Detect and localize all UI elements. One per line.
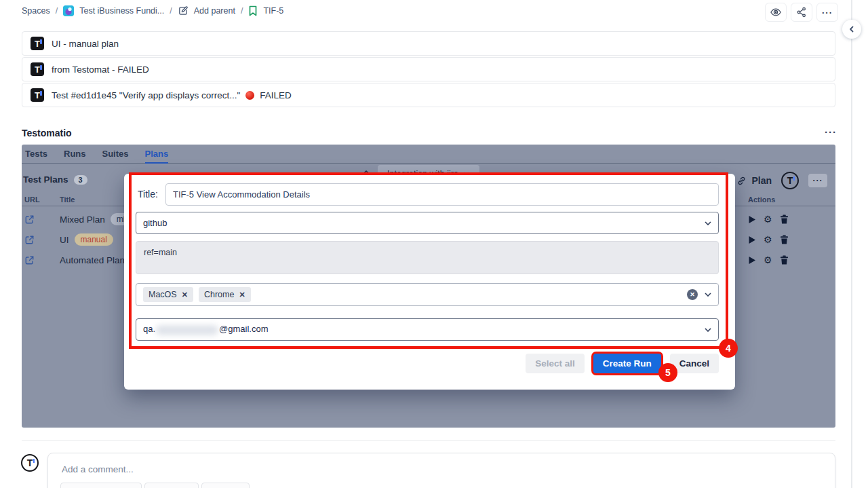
env-tag-label: MacOS	[149, 290, 177, 299]
annotation-step-5: 5	[658, 363, 677, 382]
chevron-down-icon	[705, 328, 711, 332]
linked-card[interactable]: T UI - manual plan	[22, 31, 835, 56]
redacted-email-segment	[156, 325, 218, 335]
plans-toolbar: Plan T ···	[736, 172, 827, 189]
test-plans-heading: Test Plans 3	[23, 174, 87, 185]
tab-tests[interactable]: Tests	[25, 145, 47, 164]
run-title-input[interactable]	[165, 183, 719, 206]
delete-plan-icon[interactable]	[780, 214, 789, 224]
plan-link-button[interactable]: Plan	[736, 175, 772, 186]
env-tag: MacOS ✕	[143, 287, 193, 302]
testomat-logo-icon: T	[31, 37, 44, 50]
failed-status-icon	[245, 91, 254, 100]
provider-select[interactable]: github	[136, 212, 719, 234]
tab-plans[interactable]: Plans	[145, 145, 169, 164]
create-run-button[interactable]: Create Run	[593, 354, 661, 373]
plans-more-button[interactable]: ···	[808, 174, 827, 187]
title-field-label: Title:	[138, 183, 158, 206]
comment-suggestion-chip[interactable]	[201, 483, 250, 488]
select-all-button[interactable]: Select all	[526, 354, 585, 373]
chevron-left-icon	[848, 25, 856, 33]
testomat-logo-icon: T	[31, 62, 44, 76]
assignee-select[interactable]: qa.@gmail.com	[136, 318, 719, 341]
space-avatar-icon	[63, 5, 74, 16]
test-plans-count-badge: 3	[74, 175, 87, 185]
run-plan-icon[interactable]	[748, 236, 756, 244]
linked-card-status: FAILED	[260, 90, 292, 100]
column-header-title: Title	[60, 195, 75, 204]
external-link-icon[interactable]	[24, 255, 35, 265]
linked-card-title: Test #ed1d1e45 "Verify app displays corr…	[52, 90, 240, 100]
bookmark-icon	[248, 5, 258, 16]
comment-placeholder: Add a comment...	[62, 464, 134, 474]
testomat-circle-logo[interactable]: T	[781, 172, 799, 189]
remove-tag-icon[interactable]: ✕	[182, 290, 188, 299]
plan-settings-icon[interactable]: ⚙	[764, 255, 772, 265]
section-divider	[22, 440, 835, 441]
breadcrumb-spaces[interactable]: Spaces	[22, 6, 50, 16]
ref-textarea[interactable]: ref=main	[136, 241, 719, 274]
linked-card[interactable]: T from Testomat - FAILED	[22, 57, 835, 81]
plan-settings-icon[interactable]: ⚙	[764, 214, 772, 224]
breadcrumb: Spaces / Test iBusiness Fundi... / Add p…	[22, 0, 283, 22]
breadcrumb-separator: /	[241, 6, 243, 16]
breadcrumb-page[interactable]: TIF-5	[263, 6, 283, 16]
tab-runs[interactable]: Runs	[64, 145, 86, 164]
eye-icon	[770, 6, 782, 18]
page: Spaces / Test iBusiness Fundi... / Add p…	[0, 0, 868, 488]
plan-title: Automated Plan	[60, 255, 125, 265]
comment-suggestion-chip[interactable]	[60, 483, 142, 488]
edit-icon	[178, 5, 189, 16]
plan-settings-icon[interactable]: ⚙	[764, 235, 772, 244]
widget-more-button[interactable]: ···	[825, 126, 837, 138]
panel-divider	[851, 0, 852, 488]
delete-plan-icon[interactable]	[780, 235, 789, 244]
remove-tag-icon[interactable]: ✕	[239, 290, 245, 299]
widget-tabs: Tests Runs Suites Plans	[22, 145, 835, 164]
watch-button[interactable]	[765, 3, 787, 22]
dialog-buttons: Select all Create Run Cancel	[526, 354, 719, 373]
breadcrumb-add-parent[interactable]: Add parent	[194, 6, 235, 16]
chevron-down-icon	[705, 221, 711, 225]
linked-card-title: UI - manual plan	[52, 39, 119, 49]
plan-badge: manual	[75, 233, 113, 246]
run-plan-icon[interactable]	[748, 256, 756, 265]
tab-suites[interactable]: Suites	[102, 145, 129, 164]
breadcrumb-space-name[interactable]: Test iBusiness Fundi...	[79, 6, 164, 16]
comment-suggestion-chip[interactable]	[144, 483, 199, 488]
linked-card[interactable]: T Test #ed1d1e45 "Verify app displays co…	[22, 83, 835, 107]
external-link-icon[interactable]	[24, 235, 35, 245]
linked-card-title: from Testomat - FAILED	[52, 64, 149, 75]
plan-title: UI	[60, 235, 69, 245]
plan-button-label: Plan	[751, 175, 772, 186]
delete-plan-icon[interactable]	[780, 255, 789, 265]
clear-all-icon[interactable]: ✕	[687, 289, 698, 300]
assignee-email: qa.@gmail.com	[143, 324, 269, 335]
create-run-dialog: Title: github ref=main MacOS ✕ Chrome ✕ …	[124, 174, 735, 390]
external-link-icon[interactable]	[24, 214, 35, 225]
more-actions-button[interactable]: ···	[816, 3, 838, 22]
environment-multiselect[interactable]: MacOS ✕ Chrome ✕ ✕	[136, 283, 719, 306]
test-plans-label: Test Plans	[23, 174, 68, 185]
chevron-down-icon	[705, 293, 711, 297]
testomat-logo-icon: T	[31, 88, 44, 102]
comment-box[interactable]: Add a comment...	[47, 453, 835, 488]
provider-selected-value: github	[143, 218, 167, 228]
env-tag: Chrome ✕	[199, 287, 251, 302]
annotation-step-4: 4	[719, 339, 738, 358]
plan-title: Mixed Plan	[60, 214, 105, 225]
breadcrumb-separator: /	[56, 6, 58, 16]
user-avatar: T	[21, 454, 39, 472]
run-plan-icon[interactable]	[748, 215, 756, 224]
link-icon	[736, 176, 747, 186]
share-button[interactable]	[791, 3, 812, 22]
breadcrumb-separator: /	[170, 6, 172, 16]
widget-title: Testomatio	[22, 128, 72, 138]
share-icon	[796, 7, 807, 18]
column-header-actions: Actions	[748, 195, 775, 204]
collapse-panel-button[interactable]	[842, 20, 861, 39]
env-tag-label: Chrome	[204, 290, 234, 299]
column-header-url: URL	[24, 195, 40, 204]
